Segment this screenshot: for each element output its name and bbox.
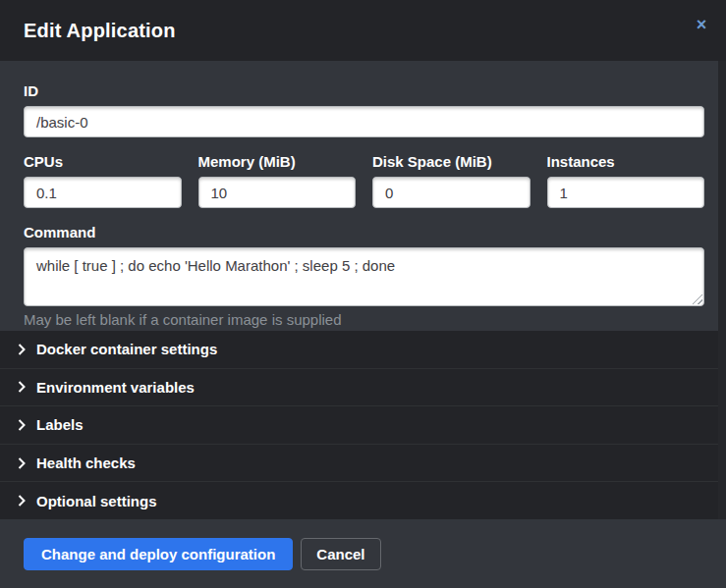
modal-content: ID CPUs Memory (MiB) Disk Space (MiB) In: [0, 61, 726, 519]
cancel-button[interactable]: Cancel: [301, 538, 380, 570]
accordion-labels[interactable]: Labels: [0, 405, 726, 444]
accordion-label: Health checks: [36, 454, 136, 471]
accordion-health-checks[interactable]: Health checks: [0, 444, 726, 482]
accordion-label: Labels: [36, 416, 84, 433]
cpus-label: CPUs: [24, 153, 182, 170]
modal-header: Edit Application ×: [0, 0, 726, 61]
cpus-input[interactable]: [24, 177, 182, 208]
chevron-right-icon: [18, 457, 26, 469]
id-field-group: ID: [24, 82, 704, 137]
memory-label: Memory (MiB): [198, 153, 357, 170]
chevron-right-icon: [18, 495, 26, 507]
accordion-label: Environment variables: [36, 379, 195, 396]
accordion-label: Docker container settings: [36, 341, 217, 357]
change-and-deploy-button[interactable]: Change and deploy configuration: [24, 538, 293, 570]
close-icon: ×: [697, 15, 707, 34]
command-field-group: Command while [ true ] ; do echo 'Hello …: [24, 224, 704, 328]
modal-title: Edit Application: [24, 20, 176, 42]
modal-footer: Change and deploy configuration Cancel: [0, 519, 726, 588]
disk-label: Disk Space (MiB): [372, 153, 531, 170]
scrollbar-track[interactable]: [718, 61, 726, 519]
accordion-environment-variables[interactable]: Environment variables: [0, 368, 726, 406]
resources-row: CPUs Memory (MiB) Disk Space (MiB) Insta…: [24, 153, 704, 208]
accordion-label: Optional settings: [36, 493, 157, 509]
chevron-right-icon: [18, 344, 26, 355]
cpus-field-group: CPUs: [24, 153, 182, 208]
id-input[interactable]: [24, 106, 704, 137]
chevron-right-icon: [18, 381, 26, 393]
disk-input[interactable]: [372, 177, 531, 208]
accordion-docker-container-settings[interactable]: Docker container settings: [0, 331, 726, 368]
instances-label: Instances: [547, 153, 705, 170]
edit-application-modal: Edit Application × ID CPUs Memory (MiB): [0, 0, 726, 588]
close-button[interactable]: ×: [691, 14, 712, 35]
application-form: ID CPUs Memory (MiB) Disk Space (MiB) In: [0, 61, 726, 331]
command-textarea[interactable]: while [ true ] ; do echo 'Hello Marathon…: [24, 247, 704, 306]
command-help-text: May be left blank if a container image i…: [24, 311, 704, 328]
command-textarea-wrap: while [ true ] ; do echo 'Hello Marathon…: [24, 247, 704, 306]
memory-input[interactable]: [198, 177, 357, 208]
id-label: ID: [24, 82, 704, 99]
chevron-right-icon: [18, 419, 26, 431]
accordion-optional-settings[interactable]: Optional settings: [0, 481, 726, 519]
instances-input[interactable]: [547, 177, 705, 208]
memory-field-group: Memory (MiB): [198, 153, 357, 208]
command-label: Command: [24, 224, 704, 241]
instances-field-group: Instances: [547, 153, 705, 208]
disk-field-group: Disk Space (MiB): [372, 153, 531, 208]
accordion: Docker container settings Environment va…: [0, 331, 726, 519]
